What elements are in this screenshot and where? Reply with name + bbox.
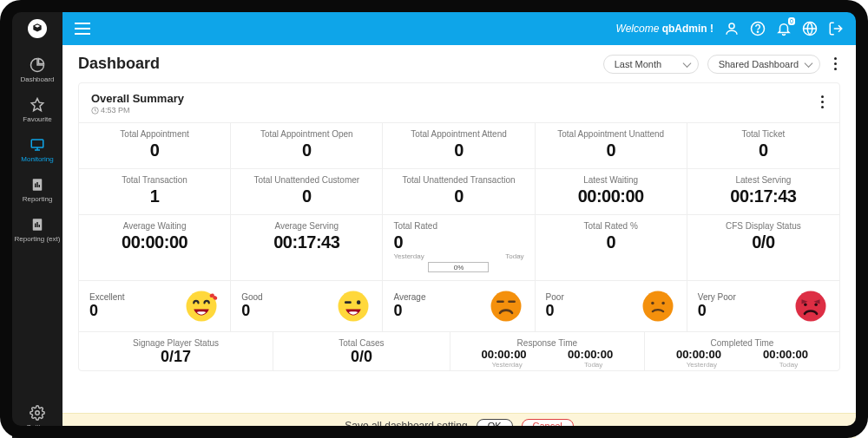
summary-row-1: Total Appointment0 Total Appointment Ope… [79, 122, 839, 168]
pie-icon [30, 57, 45, 73]
sidebar: Dashboard Favourite Monitoring Reporting… [12, 12, 62, 438]
svg-point-12 [757, 31, 758, 32]
panel-menu-button[interactable] [818, 92, 827, 112]
sidebar-item-setting[interactable]: Setting [12, 398, 62, 438]
dashboard-select[interactable]: Shared Dashboard [707, 55, 820, 74]
help-icon[interactable] [750, 21, 766, 36]
summary-row-2: Total Transaction1 Total Unattended Cust… [79, 168, 839, 214]
page-menu-button[interactable] [831, 54, 840, 74]
sidebar-item-label: Setting [27, 423, 49, 431]
sidebar-item-reporting-ext[interactable]: Reporting (ext) [12, 210, 62, 250]
rating-average: Average0 [383, 281, 535, 331]
sidebar-item-favourite[interactable]: Favourite [12, 90, 62, 130]
save-bar: Save all dashboard setting OK Cancel [62, 413, 856, 438]
rated-progress: 0% [428, 262, 489, 272]
page-title: Dashboard [78, 55, 160, 73]
gear-icon [30, 405, 45, 421]
user-icon[interactable] [724, 21, 740, 36]
rating-good: Good0 [231, 281, 383, 331]
svg-point-27 [795, 291, 825, 322]
svg-point-10 [729, 23, 734, 29]
svg-point-21 [490, 291, 521, 322]
emoji-very-poor-icon [792, 288, 829, 324]
rating-excellent: Excellent0 [79, 281, 231, 331]
sidebar-item-label: Monitoring [21, 155, 53, 163]
panel-time: 4:53 PM [91, 106, 184, 114]
svg-point-28 [804, 304, 807, 307]
sidebar-item-reporting[interactable]: Reporting [12, 170, 62, 210]
ratings-row: Excellent0 Good0 Average0 Poor0 [79, 280, 839, 331]
panel-title: Overall Summary [91, 92, 184, 105]
cancel-button[interactable]: Cancel [522, 419, 574, 433]
rating-poor: Poor0 [536, 281, 687, 331]
svg-point-29 [814, 304, 818, 307]
svg-rect-2 [35, 184, 36, 188]
svg-rect-3 [36, 182, 38, 187]
globe-icon[interactable] [802, 21, 818, 36]
summary-row-3: Average Waiting00:00:00 Average Serving0… [79, 214, 839, 280]
hamburger-button[interactable] [75, 23, 90, 35]
svg-rect-7 [36, 222, 38, 227]
sidebar-item-label: Dashboard [20, 75, 54, 83]
ok-button[interactable]: OK [477, 419, 513, 433]
summary-panel: Overall Summary 4:53 PM Total Appointmen… [78, 82, 840, 371]
monitor-icon [30, 137, 45, 153]
rating-very-poor: Very Poor0 [687, 281, 839, 331]
svg-rect-6 [35, 224, 36, 228]
logout-icon[interactable] [828, 21, 844, 36]
svg-point-25 [651, 302, 654, 305]
app-logo [28, 19, 47, 38]
sidebar-item-label: Reporting (ext) [15, 235, 61, 243]
emoji-excellent-icon [183, 288, 220, 324]
emoji-good-icon [335, 288, 372, 324]
save-bar-text: Save all dashboard setting [345, 420, 467, 432]
summary-row-4: Signage Player Status0/17 Total Cases0/0… [79, 331, 839, 370]
svg-rect-0 [31, 140, 43, 147]
svg-rect-4 [39, 185, 41, 187]
clock-icon [91, 107, 99, 114]
svg-point-24 [642, 291, 673, 322]
notif-badge: 0 [788, 17, 795, 25]
svg-point-9 [36, 411, 40, 415]
emoji-poor-icon [640, 288, 676, 324]
svg-rect-8 [39, 225, 41, 227]
sidebar-item-dashboard[interactable]: Dashboard [12, 50, 62, 90]
report-icon [30, 177, 45, 193]
sidebar-item-monitoring[interactable]: Monitoring [12, 130, 62, 170]
report-ext-icon [30, 217, 45, 232]
topbar: Welcome qbAdmin ! 0 [62, 12, 856, 45]
period-select[interactable]: Last Month [603, 55, 699, 74]
svg-point-18 [339, 291, 369, 322]
star-icon [30, 97, 45, 113]
sidebar-item-label: Favourite [23, 115, 51, 123]
bell-icon[interactable]: 0 [776, 21, 792, 36]
svg-point-26 [661, 302, 665, 305]
svg-point-20 [357, 300, 361, 304]
emoji-average-icon [488, 288, 524, 324]
sidebar-item-label: Reporting [23, 195, 53, 203]
welcome-text: Welcome qbAdmin ! [616, 23, 713, 35]
